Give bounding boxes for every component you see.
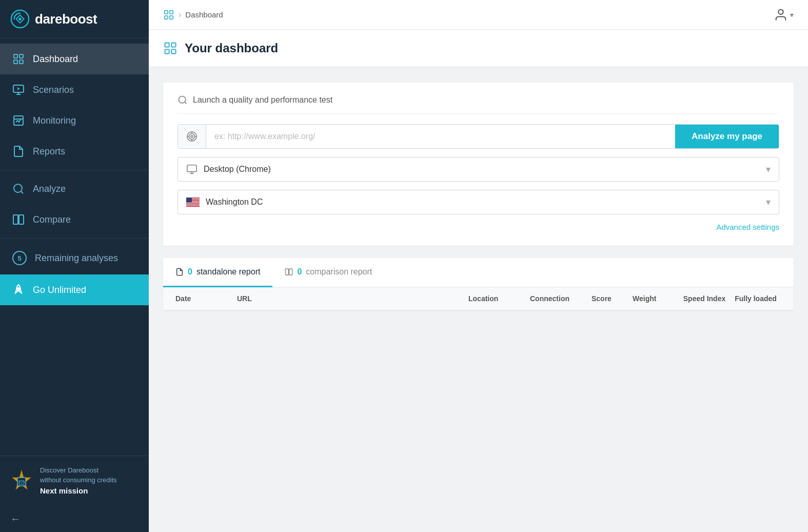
svg-rect-18 — [165, 15, 168, 18]
sidebar-item-scenarios[interactable]: Scenarios — [0, 74, 149, 105]
svg-rect-45 — [186, 203, 200, 204]
sidebar-nav: Dashboard Scenarios Monitoring — [0, 38, 149, 456]
standalone-tab-count: 0 — [188, 267, 192, 277]
sidebar-item-go-unlimited[interactable]: Go Unlimited — [0, 274, 149, 305]
standalone-tab-icon — [175, 268, 184, 276]
svg-rect-23 — [165, 49, 169, 53]
svg-rect-22 — [171, 43, 175, 47]
sidebar-item-go-unlimited-label: Go Unlimited — [33, 285, 86, 295]
col-header-url: URL — [237, 294, 468, 303]
svg-rect-24 — [171, 49, 175, 53]
sidebar-item-analyze[interactable]: Analyze — [0, 173, 149, 204]
sidebar-item-monitoring-label: Monitoring — [33, 115, 76, 126]
comparison-tab-count: 0 — [297, 267, 302, 277]
svg-point-1 — [18, 17, 22, 21]
analyze-button[interactable]: Analyze my page — [675, 125, 779, 148]
sidebar-item-dashboard[interactable]: Dashboard — [0, 44, 149, 74]
remaining-badge: 5 — [12, 251, 27, 265]
search-section-label: Launch a quality and performance test — [178, 95, 779, 114]
svg-point-25 — [179, 96, 186, 103]
tabs-header: 0 standalone report 0 comparison report — [163, 258, 794, 287]
device-dropdown-value: Desktop (Chrome) — [204, 165, 271, 174]
user-menu-button[interactable]: ▾ — [774, 8, 794, 22]
location-dropdown-chevron: ▾ — [766, 196, 771, 208]
sidebar-item-reports-label: Reports — [33, 146, 65, 157]
svg-point-28 — [189, 134, 195, 140]
svg-rect-19 — [170, 15, 173, 18]
sidebar-item-compare[interactable]: Compare — [0, 204, 149, 235]
breadcrumb-dashboard-icon — [163, 9, 174, 21]
location-dropdown[interactable]: Washington DC ▾ — [178, 190, 779, 214]
sidebar-item-monitoring[interactable]: Monitoring — [0, 105, 149, 136]
page-title: Your dashboard — [185, 41, 278, 55]
reports-icon — [12, 145, 25, 157]
main-content: Launch a quality and performance test — [149, 67, 808, 326]
scenarios-icon — [12, 84, 25, 96]
comparison-tab-label: comparison report — [306, 267, 372, 277]
main-content-area: › Dashboard ▾ Your dashboard — [149, 0, 808, 532]
col-header-weight: Weight — [633, 294, 679, 303]
sidebar-back-button[interactable]: ← — [0, 506, 149, 532]
tab-standalone[interactable]: 0 standalone report — [163, 258, 272, 287]
device-dropdown[interactable]: Desktop (Chrome) ▾ — [178, 157, 779, 182]
svg-rect-51 — [286, 269, 289, 275]
url-input[interactable] — [206, 125, 675, 148]
svg-rect-34 — [187, 165, 196, 172]
svg-rect-50 — [186, 198, 192, 203]
rocket-icon — [12, 284, 25, 296]
breadcrumb-text: Dashboard — [185, 10, 223, 19]
col-header-date: Date — [175, 294, 237, 303]
col-header-speed-index: Speed Index — [679, 294, 730, 303]
svg-point-29 — [191, 135, 193, 137]
svg-rect-48 — [186, 205, 200, 206]
footer-text: Discover Dareboost without consuming cre… — [40, 465, 117, 497]
sidebar-item-analyze-label: Analyze — [33, 184, 66, 194]
search-label-icon — [178, 95, 188, 105]
us-flag-icon — [186, 198, 200, 207]
sidebar-item-remaining-label: Remaining analyses — [35, 253, 118, 264]
svg-rect-17 — [170, 10, 173, 13]
svg-rect-16 — [165, 10, 168, 13]
svg-rect-49 — [186, 206, 200, 207]
sidebar-item-scenarios-label: Scenarios — [33, 85, 74, 95]
sidebar-item-dashboard-label: Dashboard — [33, 54, 78, 65]
svg-point-8 — [14, 184, 22, 192]
table-header: Date URL Location Connection Score Weigh… — [163, 287, 794, 310]
user-icon — [774, 8, 788, 22]
svg-line-9 — [21, 191, 23, 193]
sidebar-item-reports[interactable]: Reports — [0, 136, 149, 167]
svg-rect-21 — [165, 43, 169, 47]
svg-rect-3 — [19, 54, 23, 58]
logo-text: dareboost — [35, 11, 97, 27]
standalone-tab-label: standalone report — [196, 267, 261, 277]
svg-rect-44 — [186, 203, 200, 203]
sidebar-footer: Discover Dareboost without consuming cre… — [0, 456, 149, 506]
page-header-icon — [163, 41, 178, 55]
svg-rect-10 — [13, 215, 18, 224]
url-input-row: Analyze my page — [178, 124, 779, 149]
monitoring-icon — [12, 114, 25, 127]
sidebar-item-compare-label: Compare — [33, 214, 71, 225]
location-dropdown-value: Washington DC — [206, 198, 263, 207]
comparison-tab-icon — [285, 268, 293, 276]
url-input-prefix — [178, 125, 206, 148]
sidebar-logo: dareboost — [0, 0, 149, 38]
user-dropdown-arrow: ▾ — [790, 11, 794, 19]
col-header-connection: Connection — [530, 294, 592, 303]
dareboost-logo-icon — [10, 9, 30, 29]
sidebar-item-remaining[interactable]: 5 Remaining analyses — [0, 242, 149, 274]
svg-rect-2 — [14, 54, 17, 58]
topbar: › Dashboard ▾ — [149, 0, 808, 30]
col-header-fully-loaded: Fully loaded — [730, 294, 781, 303]
svg-rect-7 — [14, 116, 23, 125]
advanced-settings-link[interactable]: Advanced settings — [178, 223, 779, 231]
breadcrumb: › Dashboard — [163, 9, 223, 21]
nav-divider-1 — [0, 170, 149, 170]
device-dropdown-chevron: ▾ — [766, 164, 771, 175]
tab-comparison[interactable]: 0 comparison report — [272, 258, 384, 287]
svg-point-20 — [778, 9, 783, 14]
nav-divider-2 — [0, 238, 149, 239]
svg-rect-46 — [186, 204, 200, 204]
svg-rect-47 — [186, 205, 200, 205]
target-icon — [186, 131, 198, 142]
